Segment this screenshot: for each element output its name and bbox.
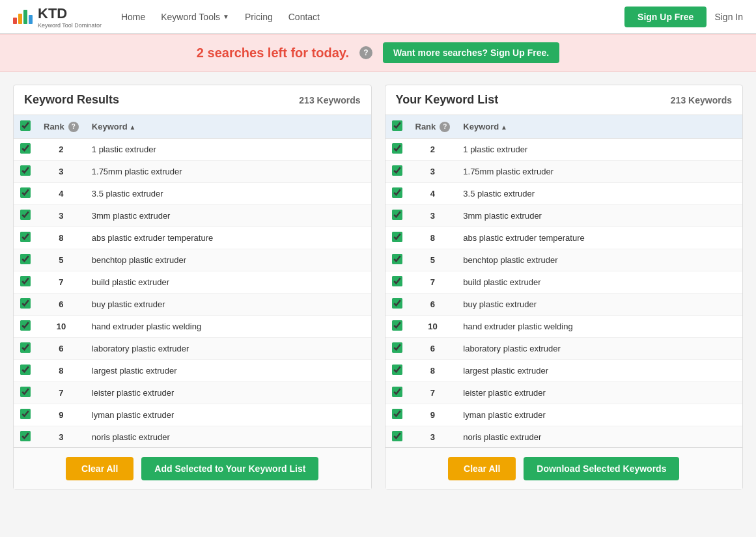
row-checkbox-cell[interactable]: [385, 205, 409, 227]
row-checkbox-cell[interactable]: [385, 183, 409, 205]
row-checkbox[interactable]: [392, 320, 402, 331]
row-checkbox-cell[interactable]: [385, 294, 409, 316]
row-checkbox-cell[interactable]: [385, 227, 409, 249]
row-checkbox-cell[interactable]: [385, 404, 409, 426]
table-row: 7 build plastic extruder: [14, 271, 371, 294]
row-rank: 3: [409, 426, 457, 448]
row-checkbox-cell[interactable]: [14, 294, 37, 316]
row-checkbox[interactable]: [20, 254, 31, 264]
right-col-keyword[interactable]: Keyword: [456, 115, 742, 139]
left-keyword-table: Rank ? Keyword 2 1 plastic: [14, 115, 371, 447]
row-rank: 7: [37, 271, 85, 294]
row-checkbox-cell[interactable]: [14, 205, 37, 227]
row-checkbox-cell[interactable]: [385, 139, 409, 161]
row-checkbox[interactable]: [392, 342, 402, 353]
nav-pricing[interactable]: Pricing: [245, 12, 273, 22]
row-keyword: laboratory plastic extruder: [456, 338, 742, 360]
row-checkbox[interactable]: [20, 165, 31, 176]
row-checkbox-cell[interactable]: [14, 249, 37, 271]
left-col-checkbox[interactable]: [14, 115, 37, 139]
row-checkbox[interactable]: [392, 409, 402, 419]
row-checkbox-cell[interactable]: [385, 360, 409, 382]
row-checkbox-cell[interactable]: [14, 404, 37, 426]
add-selected-button[interactable]: Add Selected to Your Keyword List: [141, 457, 318, 480]
row-checkbox-cell[interactable]: [385, 316, 409, 338]
row-checkbox[interactable]: [392, 165, 402, 176]
row-checkbox[interactable]: [20, 431, 31, 441]
nav-home[interactable]: Home: [121, 12, 145, 22]
row-checkbox[interactable]: [20, 320, 31, 331]
row-checkbox[interactable]: [20, 298, 31, 309]
row-checkbox-cell[interactable]: [385, 161, 409, 183]
row-checkbox[interactable]: [392, 254, 402, 264]
left-panel-header: Keyword Results 213 Keywords: [14, 85, 371, 115]
row-checkbox[interactable]: [392, 276, 402, 286]
logo-bar-3: [23, 10, 27, 24]
signup-button[interactable]: Sign Up Free: [624, 7, 707, 27]
row-checkbox[interactable]: [20, 342, 31, 353]
row-checkbox-cell[interactable]: [385, 271, 409, 294]
download-button[interactable]: Download Selected Keywords: [524, 457, 679, 480]
row-checkbox-cell[interactable]: [385, 338, 409, 360]
row-checkbox[interactable]: [392, 232, 402, 242]
row-checkbox-cell[interactable]: [14, 227, 37, 249]
row-checkbox[interactable]: [392, 298, 402, 309]
row-checkbox-cell[interactable]: [14, 316, 37, 338]
right-col-checkbox[interactable]: [385, 115, 409, 139]
row-checkbox-cell[interactable]: [14, 139, 37, 161]
signin-link[interactable]: Sign In: [714, 12, 743, 22]
right-select-all-checkbox[interactable]: [392, 120, 402, 131]
table-row: 8 largest plastic extruder: [385, 360, 743, 382]
row-checkbox[interactable]: [20, 210, 31, 220]
row-keyword: abs plastic extruder temperature: [456, 227, 742, 249]
row-checkbox[interactable]: [20, 143, 31, 154]
help-icon[interactable]: ?: [359, 46, 372, 59]
row-checkbox-cell[interactable]: [14, 338, 37, 360]
row-checkbox[interactable]: [392, 143, 402, 154]
row-checkbox-cell[interactable]: [385, 426, 409, 448]
row-checkbox[interactable]: [392, 365, 402, 375]
right-table-scroll[interactable]: Rank ? Keyword 2 1 plastic: [385, 115, 743, 447]
left-panel-title: Keyword Results: [24, 93, 119, 107]
row-checkbox[interactable]: [20, 365, 31, 375]
left-select-all-checkbox[interactable]: [20, 120, 31, 131]
row-keyword: leister plastic extruder: [85, 382, 371, 404]
row-checkbox[interactable]: [20, 387, 31, 397]
logo-icon: [13, 10, 33, 24]
row-checkbox[interactable]: [20, 232, 31, 242]
right-table-body: 2 1 plastic extruder 3 1.75mm plastic ex…: [385, 139, 743, 448]
table-row: 10 hand extruder plastic welding: [14, 316, 371, 338]
logo-area: KTD Keyword Tool Dominator: [13, 5, 102, 29]
row-checkbox[interactable]: [392, 431, 402, 441]
right-rank-help-icon[interactable]: ?: [440, 122, 450, 132]
header: KTD Keyword Tool Dominator Home Keyword …: [0, 0, 756, 34]
row-checkbox[interactable]: [20, 276, 31, 286]
more-searches-button[interactable]: Want more searches? Sign Up Free.: [383, 42, 559, 63]
row-rank: 3: [37, 426, 85, 448]
row-checkbox-cell[interactable]: [14, 360, 37, 382]
row-checkbox-cell[interactable]: [14, 426, 37, 448]
table-row: 8 largest plastic extruder: [14, 360, 371, 382]
row-checkbox[interactable]: [392, 187, 402, 198]
left-panel-footer: Clear All Add Selected to Your Keyword L…: [14, 447, 371, 489]
left-table-scroll[interactable]: Rank ? Keyword 2 1 plastic: [14, 115, 371, 447]
row-checkbox-cell[interactable]: [14, 382, 37, 404]
nav-contact[interactable]: Contact: [288, 12, 320, 22]
right-clear-button[interactable]: Clear All: [448, 457, 516, 480]
row-checkbox[interactable]: [20, 409, 31, 419]
row-checkbox[interactable]: [20, 187, 31, 198]
row-checkbox-cell[interactable]: [14, 183, 37, 205]
left-clear-button[interactable]: Clear All: [66, 457, 133, 480]
row-checkbox-cell[interactable]: [385, 382, 409, 404]
rank-help-icon[interactable]: ?: [68, 122, 79, 132]
row-checkbox-cell[interactable]: [14, 271, 37, 294]
row-checkbox-cell[interactable]: [14, 161, 37, 183]
table-row: 3 1.75mm plastic extruder: [14, 161, 371, 183]
table-row: 7 build plastic extruder: [385, 271, 743, 294]
row-checkbox-cell[interactable]: [385, 249, 409, 271]
table-row: 3 1.75mm plastic extruder: [385, 161, 743, 183]
row-checkbox[interactable]: [392, 387, 402, 397]
left-col-keyword[interactable]: Keyword: [85, 115, 371, 139]
nav-keyword-tools[interactable]: Keyword Tools ▼: [161, 12, 229, 22]
row-checkbox[interactable]: [392, 210, 402, 220]
